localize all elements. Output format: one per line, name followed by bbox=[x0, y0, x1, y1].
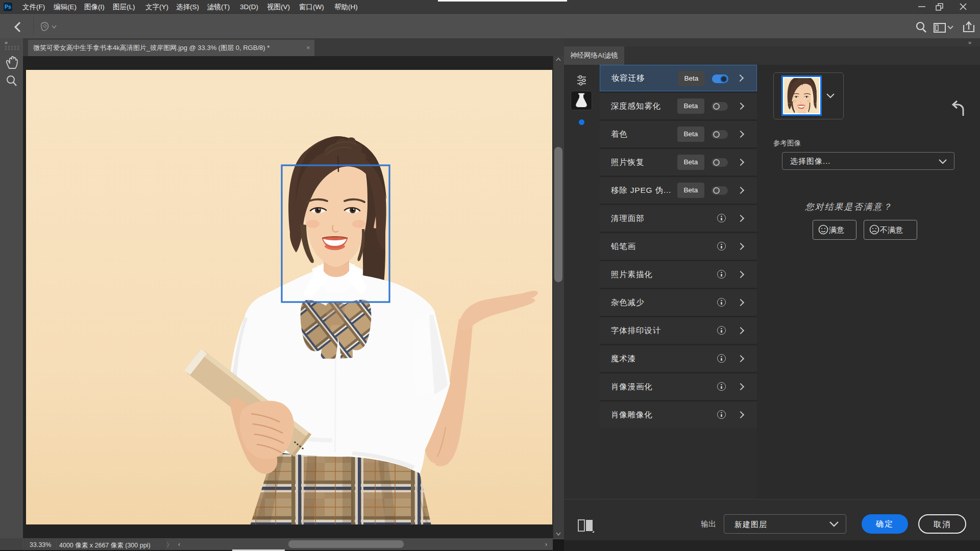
svg-text:»: » bbox=[5, 39, 8, 45]
svg-text:»: » bbox=[968, 39, 971, 45]
